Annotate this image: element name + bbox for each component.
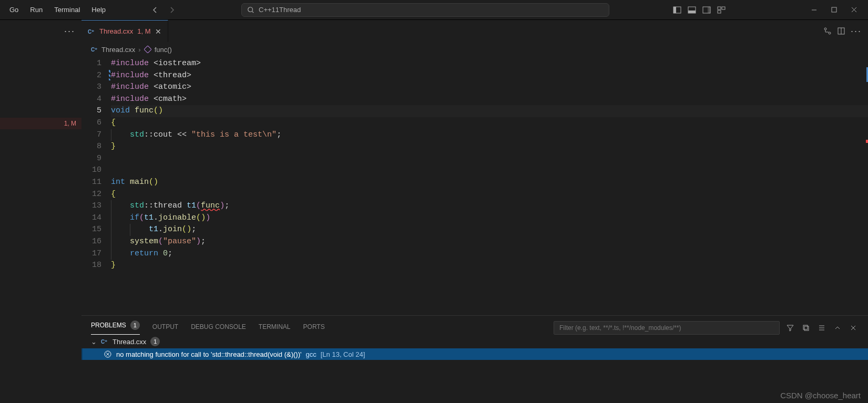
- window-controls: [805, 2, 864, 18]
- svg-text:C⁺: C⁺: [88, 29, 94, 35]
- problem-file-count: 1: [150, 337, 160, 346]
- tab-close-icon[interactable]: ✕: [155, 27, 161, 36]
- svg-rect-18: [804, 326, 809, 330]
- menu-help[interactable]: Help: [86, 3, 111, 17]
- breadcrumb-symbol[interactable]: func(): [155, 46, 172, 54]
- panel-tab-output[interactable]: OUTPUT: [152, 323, 178, 335]
- collapse-all-icon[interactable]: [801, 324, 811, 332]
- layout-customize-icon[interactable]: [716, 4, 727, 16]
- problem-source: gcc: [306, 350, 316, 358]
- explorer-more-icon[interactable]: ···: [64, 26, 75, 37]
- svg-point-12: [824, 28, 826, 30]
- menu-terminal[interactable]: Terminal: [49, 3, 85, 17]
- svg-rect-7: [718, 7, 721, 9]
- problem-message: no matching function for call to 'std::t…: [116, 350, 302, 358]
- svg-text:C⁺: C⁺: [101, 339, 107, 345]
- maximize-icon[interactable]: [825, 2, 844, 18]
- line-number-gutter: 123456789101112131415161718: [81, 57, 111, 315]
- nav-forward-icon[interactable]: [165, 3, 179, 17]
- chevron-right-icon: ›: [138, 46, 140, 54]
- split-editor-icon[interactable]: [837, 27, 845, 35]
- view-as-tree-icon[interactable]: [816, 324, 827, 332]
- panel-tab-label: PROBLEMS: [91, 322, 126, 329]
- search-icon: [247, 6, 254, 14]
- svg-text:C⁺: C⁺: [91, 47, 97, 53]
- svg-rect-6: [708, 7, 710, 13]
- layout-sidebar-left-icon[interactable]: [671, 4, 683, 16]
- watermark-text: CSDN @choose_heart: [780, 391, 861, 400]
- main-area: ··· 1, M C⁺ Thread.cxx 1, M ✕ ··· C⁺ Thr…: [0, 20, 868, 403]
- breadcrumb[interactable]: C⁺ Thread.cxx › func(): [81, 42, 868, 57]
- problem-file-name: Thread.cxx: [113, 338, 146, 346]
- close-panel-icon[interactable]: [848, 324, 859, 332]
- problem-file-row[interactable]: ⌄ C⁺ Thread.cxx 1: [81, 335, 868, 348]
- problem-location: [Ln 13, Col 24]: [321, 350, 365, 358]
- svg-rect-4: [688, 11, 696, 13]
- filter-icon[interactable]: [785, 324, 795, 332]
- bottom-panel: PROBLEMS 1 OUTPUT DEBUG CONSOLE TERMINAL…: [81, 315, 868, 403]
- nav-arrows: [148, 3, 179, 17]
- command-center-text: C++11Thread: [259, 6, 301, 14]
- tab-thread-cxx[interactable]: C⁺ Thread.cxx 1, M ✕: [81, 20, 168, 42]
- svg-rect-2: [673, 7, 676, 13]
- explorer-sidebar: ··· 1, M: [0, 20, 81, 403]
- menu-bar: Go Run Terminal Help: [4, 3, 111, 17]
- layout-panel-icon[interactable]: [686, 4, 698, 16]
- tab-badge: 1, M: [137, 27, 150, 35]
- svg-rect-8: [722, 7, 725, 9]
- layout-icons: [671, 4, 727, 16]
- chevron-down-icon: ⌄: [91, 338, 97, 346]
- outline-status[interactable]: 1, M: [0, 118, 81, 129]
- cpp-file-icon: C⁺: [88, 28, 95, 35]
- symbol-icon: [144, 46, 151, 53]
- editor-column: C⁺ Thread.cxx 1, M ✕ ··· C⁺ Thread.cxx ›…: [81, 20, 868, 403]
- problems-count-badge: 1: [130, 321, 140, 330]
- menu-go[interactable]: Go: [4, 3, 24, 17]
- problems-filter-input[interactable]: [554, 321, 780, 335]
- panel-tab-debug-console[interactable]: DEBUG CONSOLE: [191, 323, 246, 335]
- editor-more-icon[interactable]: ···: [851, 26, 862, 37]
- panel-tabs: PROBLEMS 1 OUTPUT DEBUG CONSOLE TERMINAL…: [81, 316, 868, 335]
- menu-run[interactable]: Run: [25, 3, 48, 17]
- problems-list: ⌄ C⁺ Thread.cxx 1 no matching function f…: [81, 335, 868, 403]
- tab-filename: Thread.cxx: [99, 27, 133, 35]
- nav-back-icon[interactable]: [148, 3, 162, 17]
- cpp-file-icon: C⁺: [101, 338, 108, 345]
- breadcrumb-file[interactable]: Thread.cxx: [101, 46, 135, 54]
- svg-point-13: [829, 32, 831, 34]
- close-icon[interactable]: [845, 2, 864, 18]
- tab-bar: C⁺ Thread.cxx 1, M ✕ ···: [81, 20, 868, 42]
- title-bar: Go Run Terminal Help C++11Thread: [0, 0, 868, 20]
- code-content[interactable]: #include <iostream>#include <thread>#inc…: [111, 57, 868, 315]
- layout-sidebar-right-icon[interactable]: [701, 4, 712, 16]
- compare-changes-icon[interactable]: [823, 27, 832, 35]
- svg-rect-17: [803, 325, 808, 329]
- minimize-icon[interactable]: [805, 2, 824, 18]
- code-editor[interactable]: 123456789101112131415161718 #include <io…: [81, 57, 868, 315]
- panel-tab-problems[interactable]: PROBLEMS 1: [91, 321, 140, 335]
- command-center[interactable]: C++11Thread: [241, 3, 609, 17]
- panel-tab-terminal[interactable]: TERMINAL: [259, 323, 291, 335]
- svg-rect-16: [144, 46, 151, 53]
- panel-tab-ports[interactable]: PORTS: [303, 323, 325, 335]
- svg-point-0: [248, 7, 253, 12]
- minimap-error-marker[interactable]: [866, 140, 868, 143]
- maximize-panel-icon[interactable]: [832, 324, 843, 332]
- cpp-file-icon: C⁺: [91, 46, 98, 53]
- problem-item[interactable]: no matching function for call to 'std::t…: [81, 348, 868, 360]
- error-icon: [104, 350, 112, 358]
- svg-rect-9: [718, 11, 721, 13]
- gutter-change-marker: [109, 70, 110, 80]
- svg-rect-10: [832, 7, 836, 12]
